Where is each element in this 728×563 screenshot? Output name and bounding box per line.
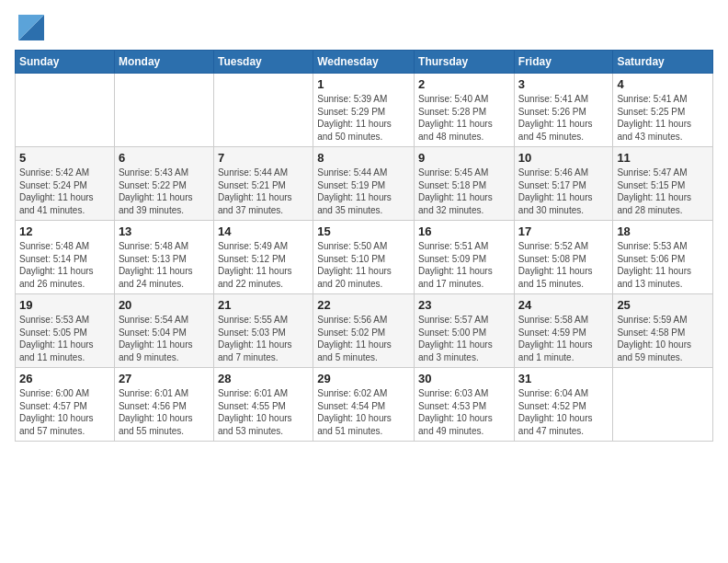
day-number: 16: [418, 224, 510, 238]
day-number: 31: [518, 372, 609, 385]
day-number: 28: [218, 372, 309, 385]
day-info: Sunrise: 5:42 AM Sunset: 5:24 PM Dayligh…: [19, 167, 110, 216]
day-number: 22: [317, 298, 410, 312]
day-info: Sunrise: 5:49 AM Sunset: 5:12 PM Dayligh…: [218, 240, 309, 290]
day-number: 25: [617, 298, 709, 312]
calendar-cell: 18Sunrise: 5:53 AM Sunset: 5:06 PM Dayli…: [613, 221, 713, 294]
day-info: Sunrise: 5:56 AM Sunset: 5:02 PM Dayligh…: [317, 314, 410, 363]
day-number: 7: [218, 151, 309, 165]
day-info: Sunrise: 6:01 AM Sunset: 4:55 PM Dayligh…: [218, 387, 309, 437]
day-info: Sunrise: 5:44 AM Sunset: 5:21 PM Dayligh…: [218, 167, 309, 216]
day-info: Sunrise: 5:48 AM Sunset: 5:14 PM Dayligh…: [19, 240, 110, 290]
calendar-cell: 17Sunrise: 5:52 AM Sunset: 5:08 PM Dayli…: [514, 221, 613, 294]
calendar-cell: 30Sunrise: 6:03 AM Sunset: 4:53 PM Dayli…: [415, 368, 515, 442]
day-number: 6: [119, 151, 210, 165]
calendar-cell: 12Sunrise: 5:48 AM Sunset: 5:14 PM Dayli…: [16, 221, 115, 294]
day-info: Sunrise: 5:58 AM Sunset: 4:59 PM Dayligh…: [518, 314, 609, 363]
calendar-cell: 7Sunrise: 5:44 AM Sunset: 5:21 PM Daylig…: [213, 147, 313, 221]
calendar-cell: [114, 74, 213, 147]
day-number: 21: [218, 298, 309, 312]
calendar-cell: 25Sunrise: 5:59 AM Sunset: 4:58 PM Dayli…: [613, 294, 713, 368]
calendar-cell: 28Sunrise: 6:01 AM Sunset: 4:55 PM Dayli…: [213, 368, 313, 442]
day-info: Sunrise: 5:46 AM Sunset: 5:17 PM Dayligh…: [518, 167, 609, 216]
weekday-header-row: SundayMondayTuesdayWednesdayThursdayFrid…: [16, 51, 713, 74]
calendar-cell: 29Sunrise: 6:02 AM Sunset: 4:54 PM Dayli…: [313, 368, 415, 442]
day-number: 24: [518, 298, 609, 312]
weekday-header-sunday: Sunday: [16, 51, 115, 74]
day-info: Sunrise: 6:01 AM Sunset: 4:56 PM Dayligh…: [119, 387, 210, 437]
day-info: Sunrise: 5:55 AM Sunset: 5:03 PM Dayligh…: [218, 314, 309, 363]
calendar-cell: 15Sunrise: 5:50 AM Sunset: 5:10 PM Dayli…: [313, 221, 415, 294]
calendar-cell: 31Sunrise: 6:04 AM Sunset: 4:52 PM Dayli…: [514, 368, 613, 442]
header: [15, 15, 713, 40]
calendar-cell: 20Sunrise: 5:54 AM Sunset: 5:04 PM Dayli…: [114, 294, 213, 368]
calendar-cell: 27Sunrise: 6:01 AM Sunset: 4:56 PM Dayli…: [114, 368, 213, 442]
calendar-cell: 19Sunrise: 5:53 AM Sunset: 5:05 PM Dayli…: [16, 294, 115, 368]
weekday-header-saturday: Saturday: [613, 51, 713, 74]
day-number: 19: [19, 298, 110, 312]
calendar-cell: 4Sunrise: 5:41 AM Sunset: 5:25 PM Daylig…: [613, 74, 713, 147]
day-number: 8: [317, 151, 410, 165]
day-info: Sunrise: 5:45 AM Sunset: 5:18 PM Dayligh…: [418, 167, 510, 216]
weekday-header-tuesday: Tuesday: [213, 51, 313, 74]
day-number: 2: [418, 77, 510, 91]
day-info: Sunrise: 6:03 AM Sunset: 4:53 PM Dayligh…: [418, 387, 510, 437]
weekday-header-monday: Monday: [114, 51, 213, 74]
day-info: Sunrise: 5:50 AM Sunset: 5:10 PM Dayligh…: [317, 240, 410, 290]
day-number: 5: [19, 151, 110, 165]
calendar-cell: 22Sunrise: 5:56 AM Sunset: 5:02 PM Dayli…: [313, 294, 415, 368]
calendar-cell: 11Sunrise: 5:47 AM Sunset: 5:15 PM Dayli…: [613, 147, 713, 221]
day-number: 23: [418, 298, 510, 312]
day-info: Sunrise: 5:57 AM Sunset: 5:00 PM Dayligh…: [418, 314, 510, 363]
calendar-cell: 9Sunrise: 5:45 AM Sunset: 5:18 PM Daylig…: [415, 147, 515, 221]
calendar-week-row: 19Sunrise: 5:53 AM Sunset: 5:05 PM Dayli…: [16, 294, 713, 368]
day-info: Sunrise: 5:39 AM Sunset: 5:29 PM Dayligh…: [317, 93, 410, 143]
day-info: Sunrise: 5:59 AM Sunset: 4:58 PM Dayligh…: [617, 314, 709, 363]
calendar-cell: 21Sunrise: 5:55 AM Sunset: 5:03 PM Dayli…: [213, 294, 313, 368]
weekday-header-friday: Friday: [514, 51, 613, 74]
day-number: 9: [418, 151, 510, 165]
day-number: 12: [19, 224, 110, 238]
calendar-cell: 6Sunrise: 5:43 AM Sunset: 5:22 PM Daylig…: [114, 147, 213, 221]
day-number: 30: [418, 372, 510, 385]
page-container: SundayMondayTuesdayWednesdayThursdayFrid…: [0, 0, 728, 451]
day-number: 14: [218, 224, 309, 238]
day-number: 20: [119, 298, 210, 312]
calendar-cell: [16, 74, 115, 147]
day-number: 13: [119, 224, 210, 238]
day-info: Sunrise: 6:04 AM Sunset: 4:52 PM Dayligh…: [518, 387, 609, 437]
calendar-table: SundayMondayTuesdayWednesdayThursdayFrid…: [15, 50, 713, 442]
calendar-cell: 3Sunrise: 5:41 AM Sunset: 5:26 PM Daylig…: [514, 74, 613, 147]
day-number: 11: [617, 151, 709, 165]
day-number: 26: [19, 372, 110, 385]
day-info: Sunrise: 5:52 AM Sunset: 5:08 PM Dayligh…: [518, 240, 609, 290]
day-info: Sunrise: 5:53 AM Sunset: 5:05 PM Dayligh…: [19, 314, 110, 363]
day-number: 27: [119, 372, 210, 385]
day-info: Sunrise: 5:53 AM Sunset: 5:06 PM Dayligh…: [617, 240, 709, 290]
calendar-week-row: 12Sunrise: 5:48 AM Sunset: 5:14 PM Dayli…: [16, 221, 713, 294]
weekday-header-wednesday: Wednesday: [313, 51, 415, 74]
day-number: 15: [317, 224, 410, 238]
day-info: Sunrise: 5:43 AM Sunset: 5:22 PM Dayligh…: [119, 167, 210, 216]
day-info: Sunrise: 5:41 AM Sunset: 5:26 PM Dayligh…: [518, 93, 609, 143]
day-info: Sunrise: 6:02 AM Sunset: 4:54 PM Dayligh…: [317, 387, 410, 437]
day-number: 3: [518, 77, 609, 91]
calendar-cell: 5Sunrise: 5:42 AM Sunset: 5:24 PM Daylig…: [16, 147, 115, 221]
calendar-week-row: 26Sunrise: 6:00 AM Sunset: 4:57 PM Dayli…: [16, 368, 713, 442]
calendar-cell: 14Sunrise: 5:49 AM Sunset: 5:12 PM Dayli…: [213, 221, 313, 294]
day-info: Sunrise: 5:48 AM Sunset: 5:13 PM Dayligh…: [119, 240, 210, 290]
day-info: Sunrise: 5:51 AM Sunset: 5:09 PM Dayligh…: [418, 240, 510, 290]
calendar-cell: 13Sunrise: 5:48 AM Sunset: 5:13 PM Dayli…: [114, 221, 213, 294]
day-info: Sunrise: 5:47 AM Sunset: 5:15 PM Dayligh…: [617, 167, 709, 216]
weekday-header-thursday: Thursday: [415, 51, 515, 74]
calendar-cell: 1Sunrise: 5:39 AM Sunset: 5:29 PM Daylig…: [313, 74, 415, 147]
day-info: Sunrise: 5:41 AM Sunset: 5:25 PM Dayligh…: [617, 93, 709, 143]
calendar-cell: 16Sunrise: 5:51 AM Sunset: 5:09 PM Dayli…: [415, 221, 515, 294]
day-info: Sunrise: 5:44 AM Sunset: 5:19 PM Dayligh…: [317, 167, 410, 216]
calendar-cell: 10Sunrise: 5:46 AM Sunset: 5:17 PM Dayli…: [514, 147, 613, 221]
calendar-cell: 8Sunrise: 5:44 AM Sunset: 5:19 PM Daylig…: [313, 147, 415, 221]
calendar-week-row: 1Sunrise: 5:39 AM Sunset: 5:29 PM Daylig…: [16, 74, 713, 147]
calendar-cell: [213, 74, 313, 147]
logo: [15, 15, 44, 40]
day-info: Sunrise: 5:54 AM Sunset: 5:04 PM Dayligh…: [119, 314, 210, 363]
